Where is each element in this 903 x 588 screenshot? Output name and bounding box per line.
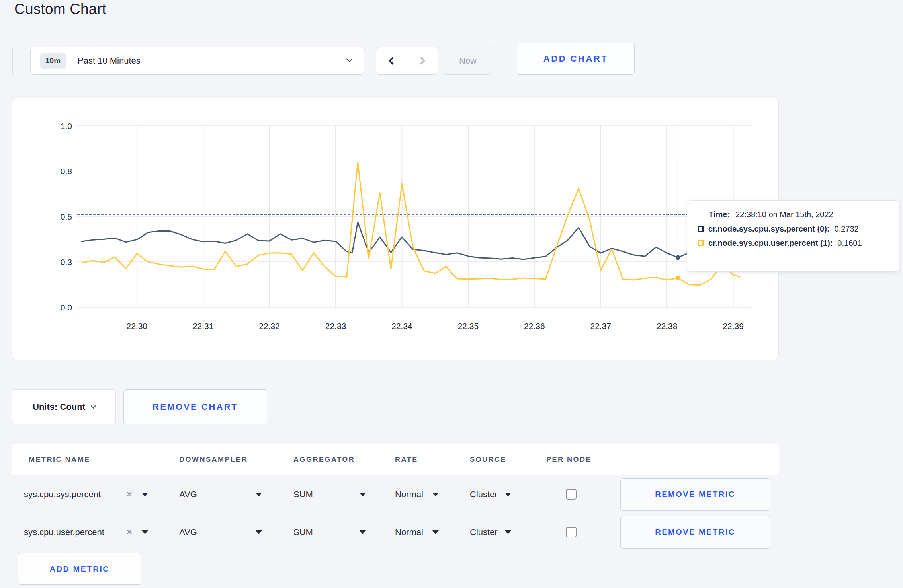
aggregator-select[interactable]: SUM <box>293 527 366 537</box>
svg-text:0.3: 0.3 <box>61 257 72 267</box>
caret-down-icon <box>505 530 511 534</box>
sys-series-marker-icon <box>698 226 704 232</box>
remove-metric-button[interactable]: REMOVE METRIC <box>620 516 770 549</box>
header-downsampler: DOWNSAMPLER <box>179 456 293 464</box>
caret-down-icon <box>505 493 511 496</box>
custom-chart-page: Custom Chart 10m Past 10 Minutes Now ADD… <box>0 0 903 588</box>
svg-text:22:31: 22:31 <box>193 321 214 331</box>
add-metric-button[interactable]: ADD METRIC <box>18 553 141 585</box>
tooltip-series-row: cr.node.sys.cpu.user.percent (1): 0.1601 <box>698 239 899 248</box>
rate-value: Normal <box>395 489 423 500</box>
svg-text:22:39: 22:39 <box>723 321 744 331</box>
metric-name-value: sys.cpu.user.percent <box>24 527 104 537</box>
time-range-badge: 10m <box>40 53 66 69</box>
toolbar-divider <box>12 47 13 75</box>
metrics-table-header: METRIC NAME DOWNSAMPLER AGGREGATOR RATE … <box>12 444 779 475</box>
caret-down-icon <box>142 530 148 534</box>
remove-metric-x-icon[interactable]: ✕ <box>126 527 133 537</box>
metric-row: sys.cpu.user.percent ✕ AVG SUM Normal Cl… <box>12 513 779 551</box>
tooltip-series-label: cr.node.sys.cpu.user.percent (1): <box>708 239 833 248</box>
downsampler-value: AVG <box>179 527 197 537</box>
remove-metric-button[interactable]: REMOVE METRIC <box>620 478 770 511</box>
caret-down-icon <box>432 493 439 496</box>
downsampler-select[interactable]: AVG <box>179 489 262 500</box>
rate-select[interactable]: Normal <box>395 527 439 537</box>
user-series-marker-icon <box>698 240 704 246</box>
tooltip-series-value: 0.2732 <box>835 224 859 234</box>
metrics-table: METRIC NAME DOWNSAMPLER AGGREGATOR RATE … <box>12 444 779 585</box>
source-select[interactable]: Cluster <box>470 489 511 500</box>
tooltip-series-value: 0.1601 <box>837 239 862 248</box>
chevron-down-icon <box>346 56 353 62</box>
time-pager <box>376 47 438 75</box>
metric-name-select[interactable]: sys.cpu.sys.percent ✕ <box>24 489 148 500</box>
now-button[interactable]: Now <box>444 47 492 75</box>
svg-text:22:34: 22:34 <box>391 321 412 331</box>
chevron-down-icon <box>91 403 96 409</box>
svg-text:0.5: 0.5 <box>61 212 72 221</box>
time-range-select[interactable]: 10m Past 10 Minutes <box>30 47 364 75</box>
prev-time-button[interactable] <box>376 47 407 74</box>
caret-down-icon <box>360 493 366 496</box>
chart-tooltip: Time: 22:38:10 on Mar 15th, 2022 cr.node… <box>687 200 899 272</box>
chart-card: 0.00.30.50.81.022:3022:3122:3222:3322:34… <box>12 98 779 360</box>
per-node-checkbox[interactable] <box>566 527 577 537</box>
tooltip-time-row: Time: 22:38:10 on Mar 15th, 2022 <box>709 210 899 219</box>
aggregator-value: SUM <box>293 489 313 500</box>
units-label: Units: Count <box>33 402 85 412</box>
caret-down-icon <box>432 530 439 534</box>
page-title: Custom Chart <box>14 1 106 18</box>
tooltip-time-label: Time: <box>709 210 730 219</box>
chevron-right-icon <box>417 57 425 65</box>
tooltip-series-label: cr.node.sys.cpu.sys.percent (0): <box>708 224 830 234</box>
svg-text:22:32: 22:32 <box>259 321 280 331</box>
svg-text:22:30: 22:30 <box>127 321 148 331</box>
cpu-line-chart[interactable]: 0.00.30.50.81.022:3022:3122:3222:3322:34… <box>12 98 778 359</box>
metric-name-select[interactable]: sys.cpu.user.percent ✕ <box>24 527 148 537</box>
rate-select[interactable]: Normal <box>395 489 439 500</box>
add-chart-button[interactable]: ADD CHART <box>517 43 635 75</box>
header-metric-name: METRIC NAME <box>12 456 179 464</box>
metric-name-value: sys.cpu.sys.percent <box>24 489 101 500</box>
tooltip-series-row: cr.node.sys.cpu.sys.percent (0): 0.2732 <box>698 224 899 234</box>
source-select[interactable]: Cluster <box>470 527 511 537</box>
caret-down-icon <box>142 493 148 496</box>
rate-value: Normal <box>395 527 423 537</box>
header-rate: RATE <box>395 456 470 464</box>
downsampler-select[interactable]: AVG <box>179 527 262 537</box>
aggregator-value: SUM <box>293 527 313 537</box>
units-select[interactable]: Units: Count <box>12 389 116 424</box>
time-range-label: Past 10 Minutes <box>78 56 141 66</box>
svg-text:22:33: 22:33 <box>325 321 346 331</box>
downsampler-value: AVG <box>179 489 197 500</box>
aggregator-select[interactable]: SUM <box>293 489 366 500</box>
metric-row: sys.cpu.sys.percent ✕ AVG SUM Normal Clu… <box>12 475 779 513</box>
source-value: Cluster <box>470 527 498 537</box>
caret-down-icon <box>256 530 262 534</box>
caret-down-icon <box>360 530 366 534</box>
svg-text:22:37: 22:37 <box>590 321 611 331</box>
svg-text:1.0: 1.0 <box>61 121 72 130</box>
svg-text:0.8: 0.8 <box>61 167 72 176</box>
next-time-button[interactable] <box>407 47 438 74</box>
per-node-checkbox[interactable] <box>566 489 577 500</box>
source-value: Cluster <box>470 489 498 500</box>
caret-down-icon <box>256 493 262 496</box>
remove-metric-x-icon[interactable]: ✕ <box>126 489 133 500</box>
remove-chart-button[interactable]: REMOVE CHART <box>123 389 267 424</box>
svg-text:0.0: 0.0 <box>61 303 72 312</box>
header-source: SOURCE <box>470 456 546 464</box>
svg-text:22:36: 22:36 <box>524 321 545 331</box>
header-per-node: PER NODE <box>546 456 608 464</box>
header-aggregator: AGGREGATOR <box>293 456 395 464</box>
tooltip-time-value: 22:38:10 on Mar 15th, 2022 <box>735 210 833 219</box>
chevron-left-icon <box>389 57 397 65</box>
svg-text:22:38: 22:38 <box>657 321 678 331</box>
svg-text:22:35: 22:35 <box>458 321 479 331</box>
